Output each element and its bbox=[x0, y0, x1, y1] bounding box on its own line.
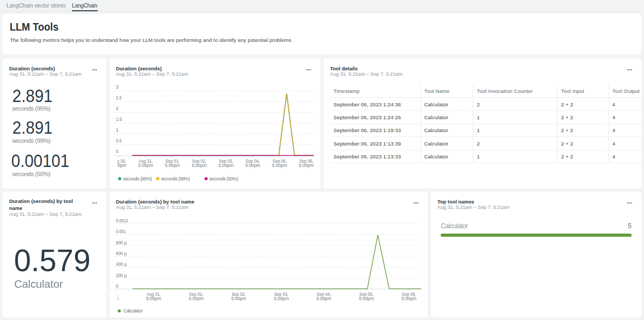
svg-text:5:00pm: 5:00pm bbox=[146, 296, 161, 301]
svg-text:Aug 30,: Aug 30, bbox=[109, 292, 118, 297]
svg-text:5:00pm: 5:00pm bbox=[192, 163, 207, 168]
svg-text:0.5: 0.5 bbox=[116, 138, 122, 143]
svg-text:seconds (50%): seconds (50%) bbox=[209, 176, 238, 181]
svg-text:seconds (95%): seconds (95%) bbox=[123, 176, 152, 181]
svg-text:0: 0 bbox=[116, 149, 119, 154]
svg-text:0.001: 0.001 bbox=[116, 229, 126, 234]
svg-text:5:00pm: 5:00pm bbox=[299, 163, 314, 168]
svg-text:3: 3 bbox=[116, 84, 119, 90]
svg-text:5:00pm: 5:00pm bbox=[274, 296, 289, 301]
svg-text:2.5: 2.5 bbox=[116, 95, 122, 100]
svg-text:5:00pm: 5:00pm bbox=[245, 163, 260, 168]
svg-text:0.0012: 0.0012 bbox=[116, 218, 128, 223]
svg-text:1: 1 bbox=[116, 127, 119, 133]
svg-text:seconds (99%): seconds (99%) bbox=[161, 176, 190, 181]
svg-text:5:00pm: 5:00pm bbox=[317, 296, 332, 301]
svg-text:5:00pm: 5:00pm bbox=[231, 296, 246, 301]
svg-text:5:00pm: 5:00pm bbox=[109, 296, 119, 301]
svg-text:2: 2 bbox=[116, 106, 119, 111]
svg-text:5:00pm: 5:00pm bbox=[272, 163, 287, 168]
svg-text:Calculator: Calculator bbox=[123, 308, 143, 314]
svg-text:200 µ: 200 µ bbox=[116, 273, 127, 278]
svg-text:5:00pm: 5:00pm bbox=[112, 163, 127, 168]
svg-text:1.5: 1.5 bbox=[116, 117, 122, 122]
svg-text:5:00pm: 5:00pm bbox=[359, 296, 374, 301]
svg-text:5:00pm: 5:00pm bbox=[189, 296, 204, 301]
svg-text:0: 0 bbox=[116, 283, 119, 289]
svg-text:5:00pm: 5:00pm bbox=[401, 296, 416, 301]
svg-text:600 µ: 600 µ bbox=[116, 251, 127, 256]
svg-text:5:00pm: 5:00pm bbox=[165, 163, 180, 168]
svg-text:400 µ: 400 µ bbox=[116, 261, 127, 267]
svg-text:5:00pm: 5:00pm bbox=[138, 163, 153, 168]
svg-text:5:00pm: 5:00pm bbox=[218, 163, 233, 168]
svg-text:800 µ: 800 µ bbox=[116, 240, 127, 245]
